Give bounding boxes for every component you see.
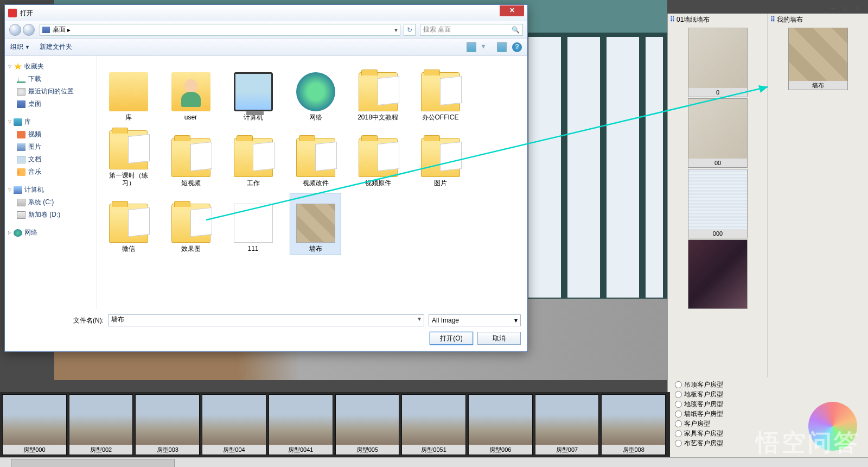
file-item[interactable]: 库 [103, 61, 154, 124]
category-radio[interactable] [675, 411, 682, 418]
nav-favorites-header[interactable]: 收藏夹 [7, 60, 94, 73]
file-item[interactable]: 短视频 [165, 127, 216, 190]
refresh-button[interactable]: ↻ [404, 24, 416, 36]
file-item[interactable]: 效果图 [165, 193, 216, 255]
category-radio[interactable] [675, 401, 682, 408]
room-thumb[interactable]: 房型006 [468, 394, 533, 455]
nav-forward-button[interactable] [23, 24, 35, 36]
material-swatch[interactable]: 000 [688, 169, 748, 238]
swatch-label: 000 [688, 229, 747, 238]
dialog-toolbar: 组织▼ 新建文件夹 ▾ ? [5, 39, 527, 56]
material-swatch[interactable]: 00 [688, 98, 748, 168]
swatch-label: 墙布 [789, 81, 847, 90]
category-item[interactable]: 地板客户房型 [675, 389, 812, 399]
nav-videos[interactable]: 视频 [7, 128, 94, 141]
room-thumb[interactable]: 房型0051 [401, 394, 466, 455]
category-item[interactable]: 吊顶客户房型 [675, 380, 812, 389]
preview-pane-button[interactable] [497, 42, 507, 52]
app-icon [8, 9, 17, 17]
open-button[interactable]: 打开(O) [430, 332, 473, 345]
file-item[interactable]: 微信 [103, 193, 154, 255]
comp-icon [234, 72, 273, 111]
material-col1-title[interactable]: 01墙纸墙布 [668, 14, 768, 26]
material-swatch-featured[interactable]: 墙布 [788, 28, 848, 90]
file-item[interactable]: 计算机 [227, 61, 279, 124]
filename-dropdown-icon[interactable]: ▾ [418, 315, 421, 323]
file-item[interactable]: 办公OFFICE [414, 61, 466, 124]
nav-libraries-header[interactable]: 库 [7, 116, 94, 128]
file-item[interactable]: 视频改件 [290, 127, 341, 190]
dialog-close-button[interactable]: ✕ [500, 5, 524, 16]
location-breadcrumb[interactable]: 桌面 ▸ ▾ [40, 24, 400, 36]
filetype-dropdown-icon: ▾ [514, 317, 518, 324]
nav-downloads[interactable]: 下载 [7, 73, 94, 85]
category-radio[interactable] [675, 391, 682, 398]
folder-f-icon [109, 204, 148, 243]
nav-pictures[interactable]: 图片 [7, 141, 94, 153]
view-dropdown-icon[interactable]: ▾ [482, 42, 492, 52]
room-thumbnail-strip[interactable]: 房型000 房型002 房型003 房型004 房型0041 房型005 房型0… [0, 392, 670, 457]
file-label: 111 [247, 245, 258, 253]
nav-music[interactable]: 音乐 [7, 166, 94, 178]
file-item[interactable]: 第一课时（练习） [103, 127, 154, 190]
nav-network-header[interactable]: 网络 [7, 226, 94, 239]
user-icon [171, 72, 210, 111]
help-button[interactable]: ? [512, 42, 522, 52]
nav-computer-header[interactable]: 计算机 [7, 184, 94, 196]
file-item[interactable]: 图片 [414, 127, 466, 190]
nav-drive-d[interactable]: 新加卷 (D:) [7, 209, 94, 221]
nav-desktop[interactable]: 桌面 [7, 98, 94, 110]
room-thumb[interactable]: 房型002 [69, 394, 133, 455]
category-radio[interactable] [675, 430, 682, 437]
room-thumb[interactable]: 房型000 [2, 394, 67, 455]
category-item[interactable]: 墙纸客户房型 [675, 409, 812, 419]
category-radio[interactable] [675, 440, 682, 447]
file-item[interactable]: 视频原件 [352, 127, 404, 190]
file-item[interactable]: 111 [227, 193, 279, 255]
app-maximize[interactable]: □ [843, 4, 847, 12]
file-list-pane[interactable]: 库user计算机网络2018中文教程办公OFFICE第一课时（练习）短视频工作视… [97, 56, 527, 309]
room-thumb[interactable]: 房型003 [135, 394, 200, 455]
nav-recent[interactable]: 最近访问的位置 [7, 85, 94, 98]
category-item[interactable]: 地毯客户房型 [675, 399, 812, 409]
file-label: 视频改件 [303, 179, 329, 187]
dialog-title: 打开 [20, 9, 500, 18]
file-item[interactable]: 墙布 [290, 193, 341, 255]
app-close[interactable]: × [856, 4, 859, 12]
material-col2-title[interactable]: 我的墙布 [768, 14, 868, 26]
file-item[interactable]: user [165, 61, 216, 124]
room-thumb[interactable]: 房型005 [335, 394, 400, 455]
nav-documents[interactable]: 文档 [7, 153, 94, 166]
room-thumb[interactable]: 房型007 [535, 394, 599, 455]
navigation-pane[interactable]: 收藏夹 下载 最近访问的位置 桌面 库 视频 图片 文档 音乐 计算机 系统 (… [5, 56, 97, 309]
location-text: 桌面 [53, 25, 66, 34]
nav-back-button[interactable] [9, 24, 21, 36]
material-swatch[interactable] [688, 239, 748, 309]
horizontal-scrollbar[interactable] [0, 457, 868, 467]
dialog-titlebar[interactable]: 打开 ✕ [5, 5, 527, 21]
thumb-label: 房型005 [336, 445, 399, 455]
material-swatch[interactable]: 0 [688, 28, 748, 97]
nav-drive-c[interactable]: 系统 (C:) [7, 196, 94, 209]
file-item[interactable]: 工作 [227, 127, 279, 190]
cancel-button[interactable]: 取消 [477, 332, 521, 345]
app-minimize[interactable]: — [831, 4, 835, 12]
file-item[interactable]: 网络 [290, 61, 341, 124]
file-label: 2018中文教程 [358, 113, 398, 121]
filetype-select[interactable]: All Image▾ [429, 314, 521, 326]
view-mode-button[interactable] [467, 42, 476, 52]
file-label: 第一课时（练习） [105, 172, 151, 187]
file-item[interactable]: 2018中文教程 [352, 61, 404, 124]
thumb-label: 房型000 [3, 445, 66, 455]
organize-menu[interactable]: 组织▼ [10, 42, 30, 52]
location-dropdown-icon[interactable]: ▾ [394, 26, 398, 34]
category-radio[interactable] [675, 381, 682, 388]
category-radio[interactable] [675, 420, 682, 427]
folder-f-icon [171, 138, 210, 177]
room-thumb[interactable]: 房型0041 [269, 394, 333, 455]
filename-input[interactable]: 墙布▾ [108, 314, 424, 326]
room-thumb[interactable]: 房型004 [202, 394, 266, 455]
room-thumb[interactable]: 房型008 [601, 394, 666, 455]
search-input[interactable]: 搜索 桌面 🔍 [420, 24, 523, 36]
new-folder-button[interactable]: 新建文件夹 [40, 42, 72, 52]
